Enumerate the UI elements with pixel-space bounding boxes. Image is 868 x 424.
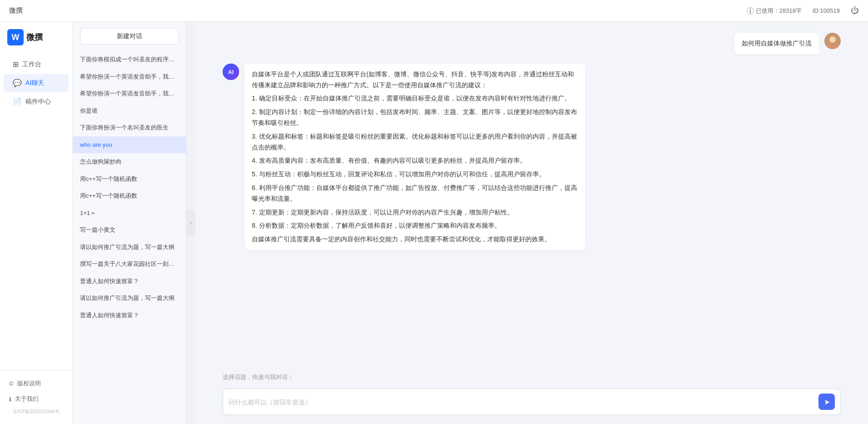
logo-text: 微撰: [26, 32, 43, 43]
logo-icon: W: [7, 29, 24, 45]
sidebar-item-workspace[interactable]: ⊞ 工作台: [4, 55, 69, 73]
copyright-icon: ©: [9, 380, 14, 387]
collapse-panel-button[interactable]: ‹: [186, 210, 195, 237]
chat-list-item[interactable]: 你是谁: [73, 102, 186, 120]
chat-list-item[interactable]: 用c++写一个随机函数: [73, 187, 186, 205]
new-chat-button[interactable]: 新建对话: [80, 28, 179, 45]
topbar-id: ID:100519: [813, 7, 840, 14]
sidebar-item-label-draft: 稿件中心: [25, 98, 51, 106]
usage-icon: i: [747, 7, 754, 15]
sidebar-item-copyright[interactable]: © 版权说明: [0, 376, 72, 391]
ai-avatar: AI: [223, 64, 239, 80]
chat-list-item[interactable]: 撰写一篇关于八大家花园社区一刻钟便民生...: [73, 255, 186, 273]
chat-messages: 如何用自媒体做推广引流AI自媒体平台是个人或团队通过互联网平台(如博客、微博、微…: [195, 22, 868, 369]
ai-message-bubble: 自媒体平台是个人或团队通过互联网平台(如博客、微博、微信公众号、抖音、快手等)发…: [244, 64, 585, 250]
message-row-assistant: AI自媒体平台是个人或团队通过互联网平台(如博客、微博、微信公众号、抖音、快手等…: [223, 64, 841, 250]
chat-list: 下面你将模拟成一个叫圣友的程序员，我说...希望你扮演一个英语发音助手，我提供给…: [73, 49, 186, 424]
about-icon: ℹ: [9, 396, 11, 403]
draft-icon: 📄: [13, 97, 22, 106]
topbar-usage: i 已使用：28318字: [747, 7, 802, 15]
workspace-icon: ⊞: [13, 60, 19, 69]
sidebar-logo: W 微撰: [0, 22, 72, 51]
chat-list-item[interactable]: 希望你扮演一个英语发音助手，我提供给你...: [73, 85, 186, 102]
quick-topics-label: 选择话题，快速与我对话：: [223, 374, 294, 380]
chat-list-item[interactable]: who are you: [73, 136, 186, 154]
ai-chat-icon: 💬: [13, 79, 22, 87]
power-button[interactable]: ⏻: [851, 6, 859, 15]
sidebar-item-draft[interactable]: 📄 稿件中心: [4, 93, 69, 110]
topbar: 微撰 i 已使用：28318字 ID:100519 ⏻: [0, 0, 868, 22]
copyright-label: 版权说明: [17, 379, 41, 388]
about-label: 关于我们: [15, 395, 39, 403]
topbar-title: 微撰: [9, 6, 747, 15]
input-box: ➤: [223, 389, 841, 415]
sidebar-nav: ⊞ 工作台 💬 AI聊天 📄 稿件中心: [0, 51, 72, 370]
chat-list-item[interactable]: 下面你将扮演一个名叫圣友的医生: [73, 119, 186, 136]
chat-list-item[interactable]: 请以如何推广引流为题，写一篇大纲: [73, 239, 186, 256]
svg-point-1: [829, 36, 836, 43]
chat-list-item[interactable]: 下面你将模拟成一个叫圣友的程序员，我说...: [73, 51, 186, 68]
sidebar-item-label-ai-chat: AI聊天: [25, 79, 44, 87]
svg-text:AI: AI: [228, 69, 234, 75]
chat-list-item[interactable]: 普通人如何快速致富？: [73, 273, 186, 290]
topbar-right: i 已使用：28318字 ID:100519 ⏻: [747, 6, 859, 15]
send-button[interactable]: ➤: [818, 394, 835, 410]
chat-list-item[interactable]: 请以如何推广引流为题，写一篇大纲: [73, 289, 186, 307]
chat-input[interactable]: [229, 397, 815, 410]
message-row-user: 如何用自媒体做推广引流: [223, 33, 841, 55]
sidebar: W 微撰 ⊞ 工作台 💬 AI聊天 📄 稿件中心 © 版权说明 ℹ: [0, 22, 73, 424]
chat-list-item[interactable]: 1+1＝: [73, 205, 186, 222]
chat-list-item[interactable]: 写一篇小黄文: [73, 221, 186, 239]
chat-list-item[interactable]: 希望你扮演一个英语发音助手，我提供给你...: [73, 68, 186, 85]
chat-list-item[interactable]: 用c++写一个随机函数: [73, 170, 186, 188]
send-icon: ➤: [824, 398, 830, 406]
user-avatar: [824, 33, 841, 49]
main-layout: W 微撰 ⊞ 工作台 💬 AI聊天 📄 稿件中心 © 版权说明 ℹ: [0, 22, 868, 424]
chat-list-panel: 新建对话 下面你将模拟成一个叫圣友的程序员，我说...希望你扮演一个英语发音助手…: [73, 22, 186, 424]
sidebar-item-label-workspace: 工作台: [22, 60, 41, 69]
sidebar-item-ai-chat[interactable]: 💬 AI聊天: [4, 74, 69, 92]
icp-text: 京ICP备2022015946号: [0, 407, 72, 419]
usage-text: 已使用：28318字: [756, 7, 802, 15]
chat-list-item[interactable]: 普通人如何快速致富？: [73, 307, 186, 324]
sidebar-item-about[interactable]: ℹ 关于我们: [0, 391, 72, 407]
sidebar-bottom: © 版权说明 ℹ 关于我们 京ICP备2022015946号: [0, 370, 72, 424]
chat-main: 如何用自媒体做推广引流AI自媒体平台是个人或团队通过互联网平台(如博客、微博、微…: [195, 22, 868, 424]
user-message-bubble: 如何用自媒体做推广引流: [734, 33, 819, 55]
input-area: ➤: [195, 384, 868, 424]
quick-topics: 选择话题，快速与我对话：: [195, 369, 868, 384]
chat-list-item[interactable]: 怎么做狗屎炒肉: [73, 153, 186, 170]
